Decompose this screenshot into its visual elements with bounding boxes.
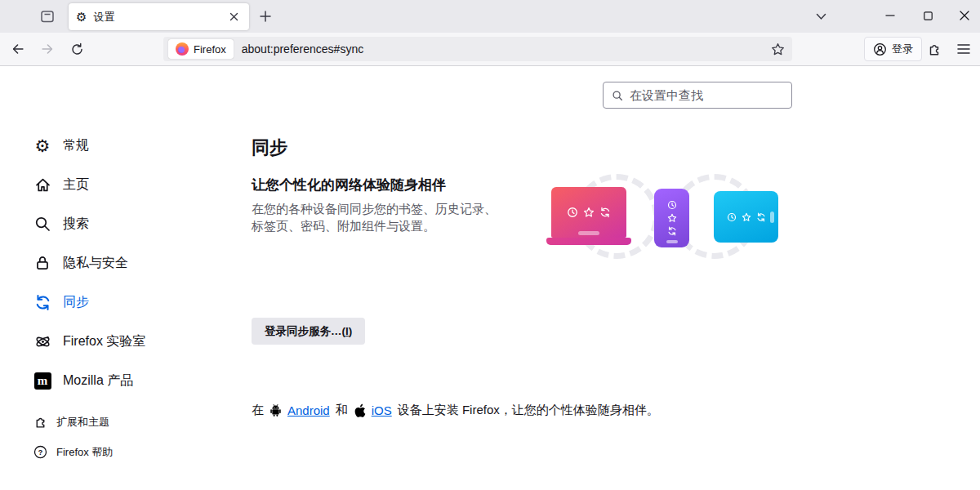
sync-devices-illustration (535, 167, 796, 282)
laptop-base (546, 238, 631, 245)
star-icon (667, 213, 677, 223)
atom-icon (33, 332, 52, 351)
star-icon (583, 207, 595, 218)
search-icon (33, 214, 52, 234)
firefox-logo-icon (176, 42, 189, 56)
sidebar-item-general[interactable]: ⚙ 常规 (33, 126, 220, 165)
url-bar[interactable]: Firefox about:preferences#sync (163, 37, 792, 61)
sidebar-item-label: 搜索 (63, 216, 89, 233)
android-icon (270, 403, 282, 417)
sidebar-item-extensions-themes[interactable]: 扩展和主题 (33, 407, 220, 437)
lock-icon (33, 253, 52, 273)
tab-title: 设置 (93, 10, 225, 24)
sign-in-label-prefix: 登录同步服务…( (265, 325, 345, 337)
sidebar-item-firefox-help[interactable]: ? Firefox 帮助 (33, 437, 220, 467)
sync-icon (33, 292, 52, 312)
tab-settings[interactable]: ⚙ 设置 (69, 3, 249, 30)
sign-in-label-suffix: ) (349, 325, 353, 337)
sidebar-item-home[interactable]: 主页 (33, 165, 220, 204)
android-link[interactable]: Android (287, 403, 330, 417)
svg-text:?: ? (38, 448, 42, 457)
sidebar-item-sync[interactable]: 同步 (33, 283, 220, 322)
sign-in-sync-button[interactable]: 登录同步服务…(I) (252, 318, 365, 345)
identity-chip[interactable]: Firefox (168, 39, 234, 59)
tablet-illustration (714, 191, 778, 243)
sidebar-item-label: 扩展和主题 (56, 415, 109, 430)
sidebar-secondary: 扩展和主题 ? Firefox 帮助 (33, 407, 220, 467)
apple-icon (354, 403, 366, 418)
preferences-page: ⚙ 常规 主页 搜索 (0, 66, 980, 490)
gear-icon: ⚙ (33, 136, 52, 155)
bookmark-star-icon[interactable] (768, 39, 787, 59)
window-close-button[interactable] (952, 4, 977, 27)
sidebar-item-search[interactable]: 搜索 (33, 204, 220, 243)
identity-label: Firefox (194, 43, 226, 56)
mobile-promo-line: 在 Android 和 (252, 403, 709, 418)
list-all-tabs-chevron-icon[interactable] (809, 7, 832, 26)
refresh-icon (756, 212, 766, 222)
firefox-view-icon[interactable] (38, 7, 57, 26)
mozilla-icon: m (33, 371, 52, 390)
sidebar-item-label: 常规 (63, 137, 89, 154)
login-label: 登录 (892, 42, 913, 56)
firefox-window: ⚙ 设置 (0, 0, 980, 490)
laptop-illustration (551, 187, 626, 238)
home-icon (33, 175, 52, 194)
back-icon[interactable] (7, 38, 29, 60)
clock-icon (567, 207, 578, 218)
window-maximize-button[interactable] (915, 4, 940, 27)
tab-close-icon[interactable] (225, 9, 242, 25)
help-icon: ? (33, 445, 47, 460)
hamburger-menu-icon[interactable] (952, 38, 975, 60)
page-title: 同步 (252, 136, 709, 160)
phone-illustration (654, 189, 689, 247)
sidebar-item-privacy-security[interactable]: 隐私与安全 (33, 243, 220, 283)
extensions-puzzle-icon[interactable] (923, 38, 946, 60)
url-text: about:preferences#sync (242, 42, 768, 56)
reload-icon[interactable] (65, 38, 88, 60)
account-icon (873, 42, 887, 56)
forward-icon[interactable] (36, 38, 59, 60)
clock-icon (667, 200, 677, 210)
promo-prefix: 在 (252, 403, 264, 418)
promo-suffix: 设备上安装 Firefox，让您的个性体验随身相伴。 (398, 403, 659, 418)
refresh-icon (599, 207, 611, 218)
gear-icon: ⚙ (76, 11, 87, 23)
account-login-button[interactable]: 登录 (864, 37, 922, 61)
sidebar-item-label: Firefox 实验室 (63, 333, 145, 350)
clock-icon (727, 212, 737, 222)
sync-description-line2: 标签页、密码、附加组件与设置。 (252, 219, 435, 233)
ios-link[interactable]: iOS (372, 403, 392, 417)
tab-strip: ⚙ 设置 (0, 0, 980, 33)
sidebar-item-mozilla-products[interactable]: m Mozilla 产品 (33, 361, 220, 400)
refresh-icon (667, 226, 677, 236)
promo-middle: 和 (336, 403, 348, 418)
sync-description-line1: 在您的各种设备间同步您的书签、历史记录、 (252, 202, 497, 216)
sidebar-item-label: Firefox 帮助 (56, 445, 113, 460)
sidebar-item-label: Mozilla 产品 (63, 372, 133, 390)
navigation-toolbar: Firefox about:preferences#sync 登录 (0, 33, 980, 66)
settings-sidebar: ⚙ 常规 主页 搜索 (33, 126, 220, 467)
window-minimize-button[interactable] (878, 4, 902, 27)
new-tab-button[interactable] (256, 7, 275, 26)
sidebar-item-label: 主页 (63, 176, 89, 194)
sidebar-item-firefox-labs[interactable]: Firefox 实验室 (33, 322, 220, 361)
puzzle-icon (33, 415, 47, 430)
sidebar-item-label: 隐私与安全 (63, 255, 128, 272)
star-icon (742, 212, 751, 222)
sidebar-item-label: 同步 (63, 294, 89, 311)
